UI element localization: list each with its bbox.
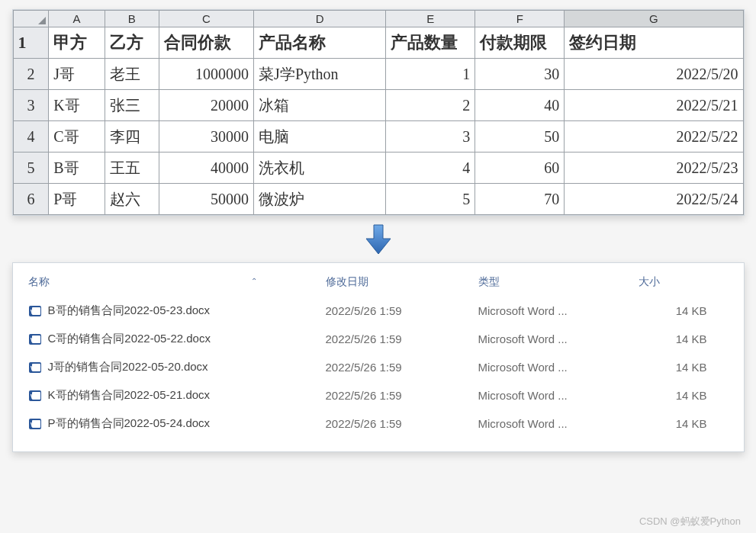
table-row: 3 K哥 张三 20000 冰箱 2 40 2022/5/21 [13, 90, 743, 121]
row-header-5[interactable]: 5 [13, 153, 49, 184]
cell-A4[interactable]: C哥 [49, 121, 105, 153]
cell-E2[interactable]: 1 [386, 59, 475, 90]
row-header-2[interactable]: 2 [13, 59, 49, 90]
cell-F2[interactable]: 30 [475, 59, 565, 90]
cell-A1[interactable]: 甲方 [49, 27, 105, 59]
cell-F4[interactable]: 50 [475, 121, 565, 153]
cell-E5[interactable]: 4 [386, 153, 475, 184]
table-row: 4 C哥 李四 30000 电脑 3 50 2022/5/22 [13, 121, 743, 153]
file-size: 14 KB [639, 361, 715, 374]
col-header-C[interactable]: C [159, 11, 253, 27]
spreadsheet-grid[interactable]: A B C D E F G 1 甲方 乙方 合同价款 产品名称 产品数量 付款期… [13, 10, 744, 215]
col-header-B[interactable]: B [105, 11, 159, 27]
cell-B2[interactable]: 老王 [105, 59, 159, 90]
docx-icon: W [28, 332, 42, 346]
cell-G3[interactable]: 2022/5/21 [565, 90, 743, 121]
arrow-down-icon [12, 222, 745, 258]
cell-D3[interactable]: 冰箱 [254, 90, 386, 121]
cell-A3[interactable]: K哥 [49, 90, 105, 121]
column-header-modified[interactable]: 修改日期 [326, 275, 478, 289]
docx-icon: W [28, 304, 42, 318]
file-name: C哥的销售合同2022-05-22.docx [48, 332, 211, 346]
cell-C3[interactable]: 20000 [159, 90, 253, 121]
row-header-4[interactable]: 4 [13, 121, 49, 153]
cell-C6[interactable]: 50000 [159, 184, 253, 215]
cell-G6[interactable]: 2022/5/24 [565, 184, 743, 215]
file-type: Microsoft Word ... [478, 389, 639, 402]
file-name: J哥的销售合同2022-05-20.docx [48, 360, 208, 374]
svg-text:W: W [31, 336, 37, 344]
cell-C2[interactable]: 1000000 [159, 59, 253, 90]
column-header-name[interactable]: 名称 ⌃ [28, 275, 326, 289]
cell-D5[interactable]: 洗衣机 [254, 153, 386, 184]
col-header-G[interactable]: G [565, 11, 743, 27]
cell-D1[interactable]: 产品名称 [254, 27, 386, 59]
cell-B6[interactable]: 赵六 [105, 184, 159, 215]
cell-A2[interactable]: J哥 [49, 59, 105, 90]
table-row: 1 甲方 乙方 合同价款 产品名称 产品数量 付款期限 签约日期 [13, 27, 743, 59]
file-row[interactable]: W K哥的销售合同2022-05-21.docx 2022/5/26 1:59 … [28, 381, 729, 409]
file-size: 14 KB [639, 332, 715, 345]
table-row: 5 B哥 王五 40000 洗衣机 4 60 2022/5/23 [13, 153, 743, 184]
col-header-E[interactable]: E [386, 11, 475, 27]
cell-E3[interactable]: 2 [386, 90, 475, 121]
row-header-6[interactable]: 6 [13, 184, 49, 215]
table-row: 6 P哥 赵六 50000 微波炉 5 70 2022/5/24 [13, 184, 743, 215]
col-header-D[interactable]: D [254, 11, 386, 27]
file-name: B哥的销售合同2022-05-23.docx [48, 303, 211, 318]
cell-C1[interactable]: 合同价款 [159, 27, 253, 59]
cell-G2[interactable]: 2022/5/20 [565, 59, 743, 90]
file-name: K哥的销售合同2022-05-21.docx [48, 388, 211, 403]
file-row[interactable]: W P哥的销售合同2022-05-24.docx 2022/5/26 1:59 … [28, 409, 729, 438]
file-modified: 2022/5/26 1:59 [326, 332, 478, 345]
cell-D6[interactable]: 微波炉 [254, 184, 386, 215]
cell-B3[interactable]: 张三 [105, 90, 159, 121]
column-header-row: A B C D E F G [13, 11, 743, 27]
table-row: 2 J哥 老王 1000000 菜J学Python 1 30 2022/5/20 [13, 59, 743, 90]
file-row[interactable]: W J哥的销售合同2022-05-20.docx 2022/5/26 1:59 … [28, 353, 729, 381]
file-explorer-panel: 名称 ⌃ 修改日期 类型 大小 W B哥的销售合同2022-05-23.docx… [12, 262, 745, 452]
cell-D4[interactable]: 电脑 [254, 121, 386, 153]
cell-E6[interactable]: 5 [386, 184, 475, 215]
file-name: P哥的销售合同2022-05-24.docx [48, 416, 211, 431]
cell-G4[interactable]: 2022/5/22 [565, 121, 743, 153]
svg-text:W: W [31, 421, 37, 429]
cell-F3[interactable]: 40 [475, 90, 565, 121]
cell-G1[interactable]: 签约日期 [565, 27, 743, 59]
col-header-F[interactable]: F [475, 11, 565, 27]
file-type: Microsoft Word ... [478, 332, 639, 345]
cell-B4[interactable]: 李四 [105, 121, 159, 153]
select-all-corner[interactable] [13, 11, 49, 27]
svg-text:W: W [31, 308, 37, 316]
spreadsheet-panel: A B C D E F G 1 甲方 乙方 合同价款 产品名称 产品数量 付款期… [12, 9, 745, 216]
cell-B5[interactable]: 王五 [105, 153, 159, 184]
file-type: Microsoft Word ... [478, 304, 639, 317]
cell-A6[interactable]: P哥 [49, 184, 105, 215]
file-type: Microsoft Word ... [478, 361, 639, 374]
column-header-size[interactable]: 大小 [639, 275, 715, 289]
cell-C4[interactable]: 30000 [159, 121, 253, 153]
column-header-type[interactable]: 类型 [478, 275, 639, 289]
cell-G5[interactable]: 2022/5/23 [565, 153, 743, 184]
col-header-A[interactable]: A [49, 11, 105, 27]
cell-F6[interactable]: 70 [475, 184, 565, 215]
svg-text:W: W [31, 393, 37, 400]
file-size: 14 KB [639, 389, 715, 402]
cell-E4[interactable]: 3 [386, 121, 475, 153]
cell-F5[interactable]: 60 [475, 153, 565, 184]
file-row[interactable]: W B哥的销售合同2022-05-23.docx 2022/5/26 1:59 … [28, 297, 729, 325]
cell-E1[interactable]: 产品数量 [386, 27, 475, 59]
column-header-name-label: 名称 [28, 275, 50, 287]
file-modified: 2022/5/26 1:59 [326, 361, 478, 374]
svg-text:W: W [31, 364, 37, 372]
cell-C5[interactable]: 40000 [159, 153, 253, 184]
docx-icon: W [28, 417, 42, 431]
cell-D2[interactable]: 菜J学Python [254, 59, 386, 90]
cell-A5[interactable]: B哥 [49, 153, 105, 184]
explorer-header: 名称 ⌃ 修改日期 类型 大小 [28, 271, 729, 297]
cell-F1[interactable]: 付款期限 [475, 27, 565, 59]
cell-B1[interactable]: 乙方 [105, 27, 159, 59]
file-row[interactable]: W C哥的销售合同2022-05-22.docx 2022/5/26 1:59 … [28, 325, 729, 353]
row-header-3[interactable]: 3 [13, 90, 49, 121]
row-header-1[interactable]: 1 [13, 27, 49, 59]
